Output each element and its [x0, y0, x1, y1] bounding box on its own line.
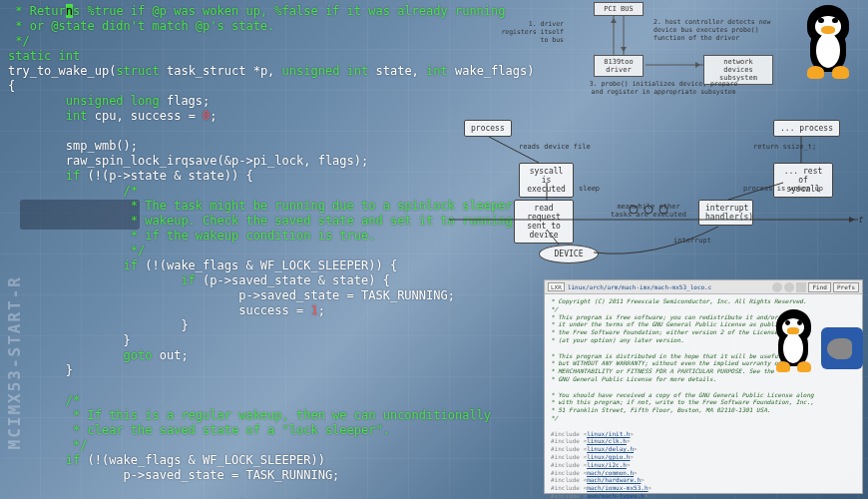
breadcrumb-path[interactable]: linux/arch/arm/mach-imx/mach-mx53_loco.c	[568, 283, 712, 290]
tux-logo	[798, 5, 858, 75]
nav-fwd-icon[interactable]	[784, 282, 794, 292]
interrupt-handler-box: interrupt handler(s)	[698, 200, 753, 226]
meanwhile-label: meanwhile other tasks are executed	[609, 203, 688, 219]
sleep-label: sleep	[579, 185, 600, 193]
diag1-note2: 2. host controller detects new device bu…	[653, 18, 783, 42]
diag1-note3: 3. probe() initializes device, prepare a…	[589, 80, 738, 96]
tux-logo-small	[768, 309, 818, 369]
prefs-tab[interactable]: Prefs	[833, 282, 859, 292]
pci-bus-box: PCI BUS	[594, 2, 644, 16]
pci-bus-diagram: PCI BUS 1. driver registers itself to bu…	[454, 0, 783, 100]
syscall-box: syscall is executed	[519, 163, 574, 198]
nav-back-icon[interactable]	[772, 282, 782, 292]
xray-fish-icon	[821, 327, 863, 369]
browser-toolbar: LXR linux/arch/arm/mach-imx/mach-mx53_lo…	[545, 280, 862, 294]
lxr-badge[interactable]: LXR	[548, 282, 565, 291]
diag1-note1: 1. driver registers itself to bus	[494, 20, 564, 44]
return-label: return ssize_t;	[753, 143, 816, 151]
driver-box: 8139too driver	[594, 55, 644, 77]
interrupt-label: interrupt	[673, 237, 711, 245]
process-box: process	[464, 120, 512, 137]
device-oval: DEVICE	[539, 245, 599, 263]
process-flow-diagram: process ... process reads device file re…	[444, 115, 868, 269]
process-cont-box: ... process	[773, 120, 840, 137]
woken-label: process is woken up	[743, 185, 823, 193]
time-axis-label: t	[858, 215, 863, 225]
nav-stop-icon[interactable]	[796, 282, 806, 292]
find-tab[interactable]: Find	[808, 282, 830, 292]
read-request-box: read request sent to device	[514, 200, 574, 244]
reads-label: reads device file	[519, 143, 591, 151]
